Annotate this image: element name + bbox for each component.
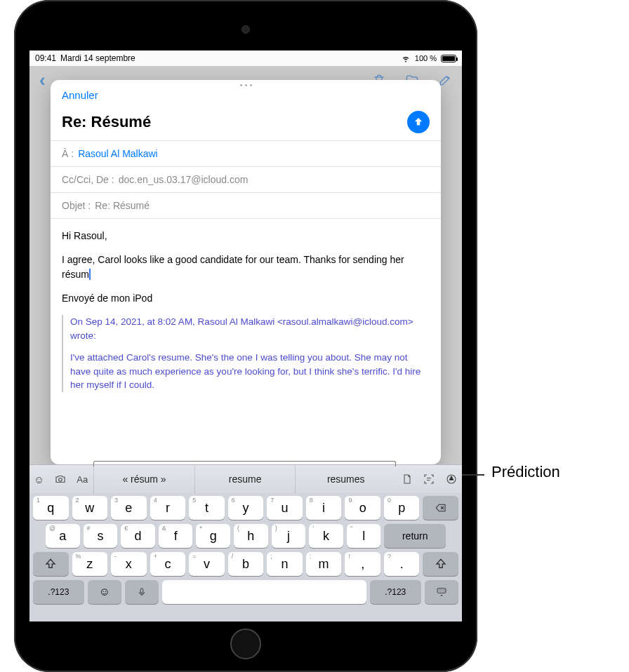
status-date: Mardi 14 septembre (60, 53, 135, 63)
key-g[interactable]: *g (196, 524, 230, 548)
signature: Envoyé de mon iPod (62, 291, 430, 305)
camera-icon[interactable] (54, 473, 67, 485)
battery-text: 100 % (415, 54, 437, 62)
markup-icon[interactable] (445, 473, 458, 485)
key-a[interactable]: @a (46, 524, 80, 548)
delete-key[interactable] (423, 496, 458, 520)
compose-sheet: Annuler Re: Résumé À : Rasoul Al Malkawi… (51, 80, 441, 464)
to-recipient[interactable]: Rasoul Al Malkawi (78, 148, 158, 159)
emoji-key[interactable]: ☺ (88, 580, 121, 604)
key-row-3: %z-x+c=v/b;n:m!,?. (33, 552, 458, 576)
text-format-icon[interactable]: Aa (77, 474, 88, 485)
key-row-4: .?123☺.?123 (33, 580, 458, 604)
key-i[interactable]: 8i (306, 496, 342, 520)
cc-value: doc.en_us.03.17@icloud.com (119, 174, 249, 185)
camera-dot (241, 25, 250, 34)
svg-rect-1 (437, 589, 446, 593)
key-n[interactable]: ;n (267, 552, 303, 576)
annotation-label: Prédiction (491, 463, 560, 481)
battery-icon (441, 55, 456, 62)
status-time: 09:41 (35, 53, 56, 63)
key-row-1: 1q2w3e4r5t6y7u8i9o0p (33, 496, 458, 520)
predictions: « résum » resume resumes (93, 465, 396, 493)
device-frame: 09:41 Mardi 14 septembre 100 % ‹ (14, 0, 477, 672)
return-key[interactable]: return (384, 524, 446, 548)
quoted-block: On Sep 14, 2021, at 8:02 AM, Rasoul Al M… (62, 315, 430, 392)
subject-label: Objet : (62, 200, 91, 211)
key-p[interactable]: 0p (384, 496, 420, 520)
key-f[interactable]: &f (159, 524, 193, 548)
emoji-search-icon[interactable]: ☺ (34, 473, 44, 485)
subject-field[interactable]: Objet : Re: Résumé (51, 192, 441, 218)
status-bar: 09:41 Mardi 14 septembre 100 % (29, 51, 462, 66)
prediction-2[interactable]: resume (194, 465, 296, 493)
prediction-1[interactable]: « résum » (93, 465, 194, 493)
shift-key-right[interactable] (423, 552, 458, 576)
prediction-3[interactable]: resumes (295, 465, 396, 493)
key-d[interactable]: €d (121, 524, 155, 548)
key-w[interactable]: 2w (72, 496, 108, 520)
message-body[interactable]: Hi Rasoul, I agree, Carol looks like a g… (51, 218, 441, 464)
key-k[interactable]: 'k (309, 524, 343, 548)
key-v[interactable]: =v (189, 552, 225, 576)
key-s[interactable]: #s (84, 524, 118, 548)
numbers-key-left[interactable]: .?123 (33, 580, 84, 604)
key-u[interactable]: 7u (267, 496, 303, 520)
key-.[interactable]: ?. (384, 552, 420, 576)
key-x[interactable]: -x (111, 552, 147, 576)
key-o[interactable]: 9o (345, 496, 380, 520)
key-y[interactable]: 6y (228, 496, 264, 520)
prediction-bracket (93, 461, 396, 466)
key-,[interactable]: !, (345, 552, 380, 576)
cancel-button[interactable]: Annuler (62, 89, 98, 101)
key-m[interactable]: :m (306, 552, 342, 576)
key-z[interactable]: %z (72, 552, 108, 576)
body-greeting: Hi Rasoul, (62, 229, 430, 243)
cc-label: Cc/Cci, De : (62, 174, 114, 185)
key-h[interactable]: (h (234, 524, 268, 548)
keyboard: ☺ Aa « résum » resume resumes (29, 464, 462, 621)
quote-body: I've attached Carol's resume. She's the … (70, 351, 430, 392)
quote-header: On Sep 14, 2021, at 8:02 AM, Rasoul Al M… (70, 315, 430, 342)
key-l[interactable]: "l (347, 524, 381, 548)
to-field[interactable]: À : Rasoul Al Malkawi (51, 140, 441, 166)
body-line: I agree, Carol looks like a good candida… (62, 253, 430, 281)
key-t[interactable]: 5t (189, 496, 225, 520)
to-label: À : (62, 148, 74, 159)
hide-keyboard-key[interactable] (425, 580, 458, 604)
numbers-key-right[interactable]: .?123 (370, 580, 421, 604)
space-key[interactable] (162, 580, 366, 604)
sheet-grabber[interactable] (51, 80, 441, 88)
home-button[interactable] (230, 629, 261, 659)
key-row-2: @a#s€d&f*g(h)j'k"lreturn (33, 524, 458, 548)
shift-key-left[interactable] (33, 552, 69, 576)
document-icon[interactable] (402, 473, 413, 485)
key-e[interactable]: 3e (111, 496, 147, 520)
key-r[interactable]: 4r (150, 496, 186, 520)
dictation-key[interactable] (125, 580, 159, 604)
prediction-bar: ☺ Aa « résum » resume resumes (29, 465, 462, 493)
key-b[interactable]: /b (228, 552, 264, 576)
text-cursor (89, 269, 91, 280)
key-q[interactable]: 1q (33, 496, 69, 520)
key-c[interactable]: +c (150, 552, 186, 576)
screen: 09:41 Mardi 14 septembre 100 % ‹ (29, 51, 462, 621)
cc-field[interactable]: Cc/Cci, De : doc.en_us.03.17@icloud.com (51, 166, 441, 192)
send-button[interactable] (407, 111, 430, 133)
subject-value: Re: Résumé (95, 200, 150, 211)
wifi-icon (401, 53, 411, 63)
key-j[interactable]: )j (272, 524, 306, 548)
scan-text-icon[interactable] (423, 473, 435, 485)
compose-title: Re: Résumé (62, 113, 151, 131)
